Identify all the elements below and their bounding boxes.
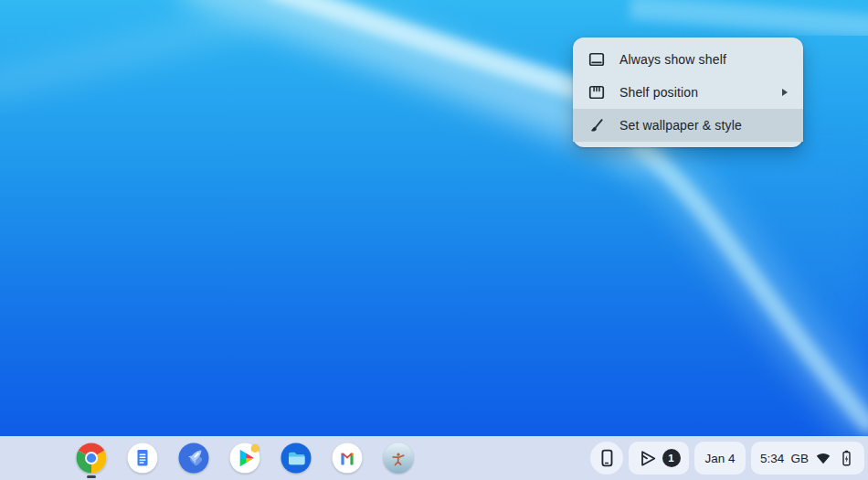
menu-item-label: Shelf position [619, 85, 698, 100]
shelf-position-icon [587, 83, 606, 101]
play-store-outline-icon [638, 448, 658, 468]
app-google-docs[interactable] [124, 436, 161, 480]
brush-icon [587, 116, 606, 134]
status-area: 1 Jan 4 5:34 GB [590, 442, 864, 475]
menu-item-always-show-shelf[interactable]: Always show shelf [573, 43, 803, 76]
docs-icon [127, 443, 158, 474]
date-label: Jan 4 [704, 452, 735, 465]
shelf: 1 Jan 4 5:34 GB [0, 436, 868, 480]
app-files[interactable] [278, 436, 314, 480]
app-chrome[interactable] [73, 436, 110, 480]
chrome-icon [76, 443, 107, 474]
menu-item-label: Always show shelf [619, 52, 726, 67]
shelf-apps [0, 436, 417, 480]
phone-icon [597, 448, 617, 468]
app-gmail[interactable] [329, 436, 365, 480]
chromeos-desktop: Always show shelf Shelf position Set wal… [0, 0, 868, 480]
files-icon [281, 443, 312, 474]
app-play-store[interactable] [227, 436, 263, 480]
notification-badge: 1 [662, 449, 681, 467]
time-label: 5:34 [760, 452, 784, 465]
play-store-icon [229, 443, 260, 474]
phone-hub-button[interactable] [590, 442, 623, 475]
date-button[interactable]: Jan 4 [694, 442, 746, 475]
wifi-icon [815, 450, 831, 466]
system-tray-button[interactable]: 5:34 GB [751, 442, 864, 475]
submenu-arrow-icon [781, 88, 789, 97]
active-app-indicator [87, 475, 96, 478]
photo-app-icon [383, 443, 414, 474]
explore-rocket-icon [178, 443, 209, 474]
app-explore[interactable] [175, 436, 212, 480]
notification-counter-button[interactable]: 1 [629, 442, 689, 475]
menu-item-set-wallpaper-style[interactable]: Set wallpaper & style [573, 109, 803, 142]
menu-item-shelf-position[interactable]: Shelf position [573, 76, 803, 109]
battery-charging-icon [838, 448, 855, 468]
gmail-icon [332, 443, 363, 474]
desktop-context-menu: Always show shelf Shelf position Set wal… [573, 37, 803, 147]
menu-item-label: Set wallpaper & style [619, 118, 742, 133]
shelf-icon [587, 50, 606, 69]
app-photo[interactable] [380, 436, 417, 480]
notification-dot [251, 444, 259, 453]
keyboard-layout-label: GB [790, 452, 809, 465]
